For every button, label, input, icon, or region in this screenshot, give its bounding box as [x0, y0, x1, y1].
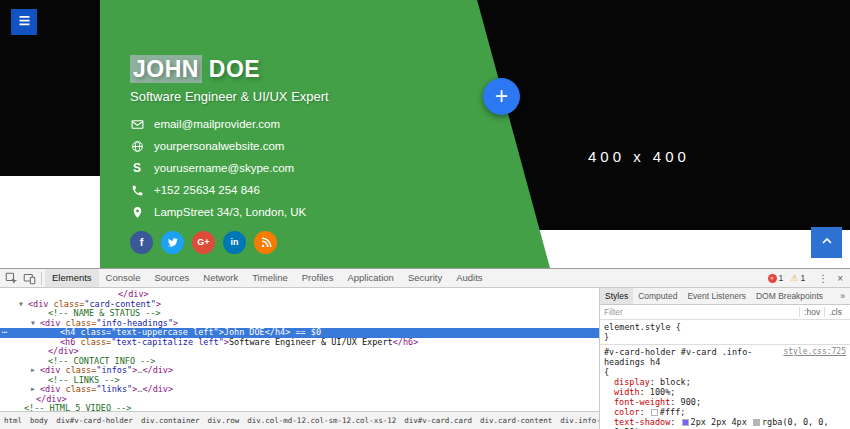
tab-console[interactable]: Console	[99, 269, 148, 287]
dom-token: class=	[75, 327, 111, 337]
inspect-element-icon[interactable]	[2, 270, 20, 287]
tab-sources[interactable]: Sources	[147, 269, 196, 287]
device-toolbar-icon[interactable]	[20, 270, 38, 287]
contact-text: email@mailprovider.com	[154, 118, 280, 130]
hamburger-icon	[17, 13, 32, 31]
dom-tree-row[interactable]: <!-- HTML 5 VIDEO -->	[0, 404, 599, 411]
social-linkedin-button[interactable]: in	[223, 231, 246, 254]
dom-token: <!-- HTML 5 VIDEO -->	[24, 403, 131, 411]
devtools-menu-icon[interactable]: ⋮	[812, 273, 834, 284]
sidebar-tab-event-listeners[interactable]: Event Listeners	[682, 288, 751, 304]
color-swatch[interactable]	[682, 419, 689, 426]
style-rule-header: style.css:725#v-card-holder #v-card .inf…	[604, 347, 846, 367]
tab-audits[interactable]: Audits	[449, 269, 489, 287]
contact-item: yourpersonalwebsite.com	[130, 139, 306, 153]
dom-token: class=	[60, 318, 96, 328]
name-first-highlighted: JOHN	[130, 55, 202, 83]
expand-arrow-icon[interactable]: ▶	[31, 366, 40, 376]
dom-token: >	[173, 318, 178, 328]
placeholder-size-label: 400 x 400	[588, 148, 690, 165]
breadcrumb-item[interactable]: div.card-content	[476, 412, 556, 429]
dom-token: John DOE	[224, 327, 265, 337]
facebook-icon: f	[140, 237, 144, 248]
linkedin-icon: in	[231, 238, 239, 247]
warning-icon: ⚠	[790, 274, 798, 283]
element-classes-toggle[interactable]: .cls	[824, 307, 846, 317]
twitter-icon	[167, 237, 179, 249]
social-rss-button[interactable]	[254, 231, 277, 254]
styles-filter-input[interactable]: Filter	[604, 307, 799, 317]
tab-timeline[interactable]: Timeline	[245, 269, 295, 287]
devtools-toolbar: ElementsConsoleSourcesNetworkTimelinePro…	[0, 269, 850, 288]
envelope-icon	[130, 117, 144, 131]
google-plus-icon: G+	[197, 238, 209, 247]
dom-token: <!-- LINKS -->	[48, 375, 120, 385]
tab-security[interactable]: Security	[401, 269, 449, 287]
breadcrumb-item[interactable]: div.container	[137, 412, 204, 429]
social-google-plus-button[interactable]: G+	[192, 231, 215, 254]
style-source-link[interactable]: style.css:725	[783, 347, 846, 357]
color-swatch[interactable]	[651, 409, 658, 416]
add-button[interactable]: +	[483, 78, 520, 115]
breadcrumb-item[interactable]: div#v-card-holder	[52, 412, 137, 429]
contact-text: yourpersonalwebsite.com	[154, 140, 284, 152]
sidebar-tabs: StylesComputedEvent ListenersDOM Breakpo…	[600, 288, 850, 305]
dom-token: </div>	[142, 384, 173, 394]
sidebar-tabs-overflow-icon[interactable]: »	[835, 291, 850, 301]
dom-token: class=	[48, 299, 84, 309]
dom-tree-row[interactable]: <h6 class="text-capitalize left">Softwar…	[0, 338, 599, 348]
breadcrumb-item[interactable]: div.row	[204, 412, 244, 429]
location-icon	[130, 205, 144, 219]
sidebar-tab-computed[interactable]: Computed	[633, 288, 682, 304]
sidebar-tab-dom-breakpoints[interactable]: DOM Breakpoints	[751, 288, 828, 304]
error-count-badge[interactable]: ×1	[768, 273, 784, 283]
breadcrumb: htmlbodydiv#v-card-holderdiv.containerdi…	[0, 411, 599, 429]
placeholder-image-right	[500, 0, 850, 230]
warning-count-badge[interactable]: ⚠1	[790, 273, 805, 283]
sidebar-tab-styles[interactable]: Styles	[600, 288, 633, 304]
color-swatch[interactable]	[753, 419, 760, 426]
dom-token: "text-uppercase left"	[111, 327, 218, 337]
property-value: block	[660, 377, 686, 387]
breadcrumb-item[interactable]: body	[26, 412, 52, 429]
contact-item: email@mailprovider.com	[130, 117, 306, 131]
contact-text: +152 25634 254 846	[154, 184, 260, 196]
style-property[interactable]: color: #fff;	[604, 407, 846, 417]
dom-token: </h4>	[265, 327, 291, 337]
collapse-arrow-icon[interactable]: ▼	[31, 319, 40, 329]
social-facebook-button[interactable]: f	[130, 231, 153, 254]
dom-token: <h6	[60, 337, 75, 347]
property-value: 100%	[650, 387, 670, 397]
menu-button[interactable]	[11, 9, 37, 35]
name-heading: JOHN DOE	[130, 56, 260, 83]
collapse-arrow-icon[interactable]: ▼	[19, 300, 28, 310]
vcard-panel: JOHN DOE Software Engineer & UI/UX Exper…	[100, 0, 550, 268]
dom-token: <div	[40, 365, 60, 375]
tab-profiles[interactable]: Profiles	[295, 269, 341, 287]
contact-text: yourusername@skype.com	[154, 162, 294, 174]
pseudo-state-toggle[interactable]: :hov	[799, 307, 824, 317]
styles-filter-row: Filter :hov .cls	[600, 305, 850, 320]
breadcrumb-item[interactable]: html	[0, 412, 26, 429]
scroll-top-button[interactable]	[811, 227, 842, 258]
breadcrumb-item[interactable]: div.col-md-12.col-sm-12.col-xs-12	[243, 412, 400, 429]
property-value: 900	[681, 397, 696, 407]
dom-tree: </div>▼<div class="card-content"><!-- NA…	[0, 288, 599, 411]
contact-item: Syourusername@skype.com	[130, 161, 306, 175]
style-property[interactable]: display: block;	[604, 377, 846, 387]
dom-token: <h4	[60, 327, 75, 337]
style-property[interactable]: font-weight: 900;	[604, 397, 846, 407]
style-property[interactable]: text-shadow: 2px 2px 4px rgba(0, 0, 0, 0…	[604, 417, 846, 429]
tab-elements[interactable]: Elements	[45, 269, 99, 287]
style-property[interactable]: width: 100%;	[604, 387, 846, 397]
tab-network[interactable]: Network	[196, 269, 245, 287]
tab-application[interactable]: Application	[340, 269, 400, 287]
dom-token: </div>	[142, 365, 173, 375]
breadcrumb-item[interactable]: div.info-headings	[556, 412, 599, 429]
breadcrumb-item[interactable]: div#v-card.card	[400, 412, 476, 429]
dom-tree-row[interactable]: ▶<div class="links">…</div>	[0, 385, 599, 395]
devtools-close-icon[interactable]: ×	[834, 273, 850, 284]
property-name: width	[614, 387, 640, 397]
social-twitter-button[interactable]	[161, 231, 184, 254]
error-icon: ×	[768, 274, 777, 283]
